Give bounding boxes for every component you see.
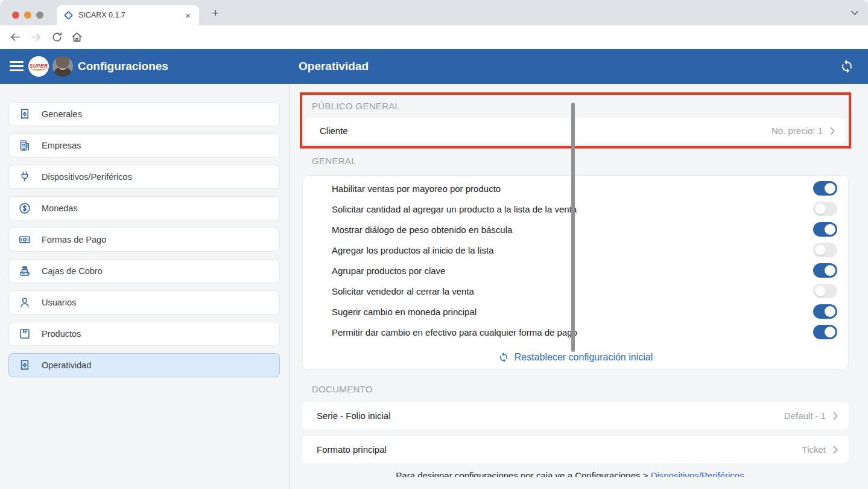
browser-toolbar: app.sicarx.com/settings/operability [0, 25, 868, 49]
window-controls [12, 10, 48, 21]
new-tab-button[interactable]: + [207, 5, 223, 21]
store-logo: SUPER [28, 56, 49, 77]
row-label: Serie - Folio inicial [317, 411, 784, 421]
main-area: Generales Empresas Dispositivos/Periféri… [0, 84, 868, 489]
general-settings-card: Habilitar ventas por mayoreo por product… [302, 175, 849, 370]
row-value: Ticket [802, 444, 826, 455]
tab-title: SICARX 0.1.7 [78, 11, 183, 19]
tab-strip: SICARX 0.1.7 × + [0, 0, 868, 25]
toggle-row: Solicitar vendedor al cerrar la venta [303, 281, 848, 301]
dollar-circle-icon [18, 202, 31, 215]
minimize-window-button[interactable] [24, 11, 31, 19]
highlighted-section-publico-general: PÚBLICO GENERAL Cliente No. precio: 1 [300, 92, 851, 149]
row-value: Default - 1 [784, 411, 826, 421]
sidebar-item-monedas[interactable]: Monedas [8, 196, 280, 220]
toggle-switch-0-on[interactable] [813, 181, 837, 196]
close-window-button[interactable] [12, 11, 19, 19]
formato-principal-row[interactable]: Formato principal Ticket [302, 436, 849, 463]
browser-tab[interactable]: SICARX 0.1.7 × [57, 5, 199, 25]
receipt-icon [18, 107, 31, 121]
receipt-icon [18, 359, 31, 372]
toggle-row: Agrupar productos por clave [303, 260, 848, 281]
reset-config-label: Restablecer configuración inicial [515, 352, 653, 363]
toggle-switch-2-on[interactable] [813, 222, 837, 237]
sidebar-item-empresas[interactable]: Empresas [8, 133, 280, 158]
tab-search-chevron-icon[interactable] [849, 7, 861, 19]
chevron-right-icon [829, 444, 841, 456]
toggle-row: Permitir dar cambio en efectivo para cua… [303, 322, 848, 342]
toggle-row: Habilitar ventas por mayoreo por product… [303, 178, 848, 199]
footer-note: Para designar configuraciones por caja v… [290, 470, 850, 477]
sidebar-item-dispositivos-perifericos[interactable]: Dispositivos/Periféricos [8, 165, 280, 189]
sidebar-item-productos[interactable]: Productos [8, 322, 280, 346]
sidebar-item-usuarios[interactable]: Usuarios [8, 290, 280, 315]
section-heading-publico-general: PÚBLICO GENERAL [312, 101, 400, 111]
toggle-row: Solicitar cantidad al agregar un product… [303, 199, 848, 219]
site-favicon-icon [64, 10, 74, 20]
toggle-switch-1-off[interactable] [813, 202, 837, 216]
toggle-row: Mostrar diálogo de peso obtenido en básc… [303, 219, 848, 240]
building-icon [18, 139, 31, 152]
chevron-right-icon [829, 410, 841, 422]
toggle-row: Sugerir cambio en moneda principal [303, 301, 848, 322]
serie-folio-row[interactable]: Serie - Folio inicial Default - 1 [302, 402, 849, 429]
menu-icon[interactable] [10, 61, 24, 71]
reload-icon[interactable] [51, 31, 63, 43]
row-label: Formato principal [317, 444, 802, 455]
chevron-right-icon [826, 125, 838, 137]
reset-refresh-icon [498, 352, 509, 363]
row-label: Cliente [320, 126, 771, 136]
plug-icon [18, 170, 31, 184]
sidebar-item-generales[interactable]: Generales [8, 102, 280, 126]
sidebar-item-operatividad[interactable]: Operatividad [8, 353, 280, 377]
toggle-switch-3-off[interactable] [813, 243, 837, 257]
back-icon[interactable] [9, 31, 22, 43]
sidebar-item-formas-de-pago[interactable]: Formas de Pago [8, 228, 280, 252]
browser-window: SICARX 0.1.7 × + app.sicarx.com/settings… [0, 0, 868, 489]
settings-sidebar: Generales Empresas Dispositivos/Periféri… [0, 84, 290, 489]
zoom-window-button[interactable] [36, 11, 43, 19]
forward-icon[interactable] [30, 31, 42, 43]
cliente-row[interactable]: Cliente No. precio: 1 [305, 118, 846, 144]
page-title: Operatividad [299, 49, 369, 84]
toggle-switch-4-on[interactable] [813, 263, 837, 278]
close-tab-icon[interactable]: × [183, 10, 193, 21]
user-icon [18, 296, 31, 309]
store-logo-text: SUPER [30, 63, 48, 71]
home-icon[interactable] [71, 31, 83, 43]
toggle-switch-6-on[interactable] [813, 304, 837, 319]
toggle-row: Agregar los productos al inicio de la li… [303, 240, 848, 260]
settings-content: PÚBLICO GENERAL Cliente No. precio: 1 GE… [290, 84, 868, 489]
cash-register-icon [18, 264, 31, 278]
reset-config-link[interactable]: Restablecer configuración inicial [303, 345, 848, 370]
section-heading-documento: DOCUMENTO [312, 384, 373, 394]
row-value: No. precio: 1 [771, 126, 823, 136]
user-avatar[interactable] [52, 56, 73, 77]
toggle-switch-5-off[interactable] [813, 284, 837, 298]
toggle-switch-7-on[interactable] [813, 325, 837, 339]
sidebar-title: Configuraciones [78, 49, 168, 84]
banknote-icon [18, 233, 31, 246]
scrollbar-thumb[interactable] [571, 103, 575, 352]
section-heading-general: GENERAL [312, 156, 356, 166]
footer-note-link[interactable]: Dispositivos/Periféricos [651, 470, 744, 477]
sidebar-item-cajas-de-cobro[interactable]: Cajas de Cobro [8, 259, 280, 283]
app-header: SUPER Configuraciones Operatividad [0, 49, 868, 84]
box-icon [18, 327, 31, 340]
refresh-icon[interactable] [840, 59, 854, 74]
